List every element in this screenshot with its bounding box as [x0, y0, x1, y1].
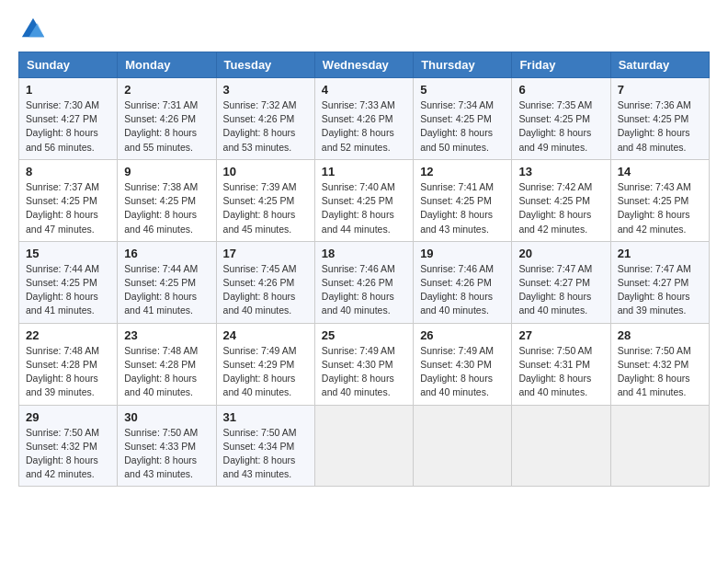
day-info: Sunrise: 7:41 AMSunset: 4:25 PMDaylight:… [420, 181, 494, 235]
day-info: Sunrise: 7:30 AMSunset: 4:27 PMDaylight:… [26, 99, 99, 153]
calendar-cell: 20 Sunrise: 7:47 AMSunset: 4:27 PMDaylig… [512, 241, 610, 323]
day-info: Sunrise: 7:39 AMSunset: 4:25 PMDaylight:… [223, 181, 297, 235]
day-info: Sunrise: 7:40 AMSunset: 4:25 PMDaylight:… [322, 181, 395, 235]
calendar-cell: 1 Sunrise: 7:30 AMSunset: 4:27 PMDayligh… [19, 78, 118, 160]
day-number: 13 [518, 165, 603, 178]
day-info: Sunrise: 7:48 AMSunset: 4:28 PMDaylight:… [124, 345, 198, 398]
col-header-monday: Monday [118, 52, 216, 78]
day-info: Sunrise: 7:50 AMSunset: 4:31 PMDaylight:… [518, 345, 592, 398]
day-info: Sunrise: 7:38 AMSunset: 4:25 PMDaylight:… [124, 181, 198, 235]
day-number: 15 [26, 247, 110, 260]
day-number: 26 [420, 328, 505, 342]
day-number: 3 [223, 83, 308, 97]
logo [18, 15, 46, 40]
calendar-cell: 15 Sunrise: 7:44 AMSunset: 4:25 PMDaylig… [19, 241, 118, 323]
calendar-cell: 10 Sunrise: 7:39 AMSunset: 4:25 PMDaylig… [216, 159, 314, 241]
day-info: Sunrise: 7:32 AMSunset: 4:26 PMDaylight:… [223, 99, 297, 153]
day-info: Sunrise: 7:31 AMSunset: 4:26 PMDaylight:… [124, 99, 198, 153]
day-number: 16 [124, 247, 209, 260]
day-info: Sunrise: 7:46 AMSunset: 4:26 PMDaylight:… [420, 263, 494, 316]
day-number: 7 [618, 83, 702, 97]
calendar-cell: 27 Sunrise: 7:50 AMSunset: 4:31 PMDaylig… [512, 323, 610, 405]
calendar-cell: 23 Sunrise: 7:48 AMSunset: 4:28 PMDaylig… [118, 323, 216, 405]
calendar-cell: 28 Sunrise: 7:50 AMSunset: 4:32 PMDaylig… [610, 323, 709, 405]
day-number: 5 [420, 83, 505, 97]
day-number: 6 [518, 83, 603, 97]
calendar-cell: 7 Sunrise: 7:36 AMSunset: 4:25 PMDayligh… [610, 78, 709, 160]
calendar-cell: 5 Sunrise: 7:34 AMSunset: 4:25 PMDayligh… [414, 78, 512, 160]
col-header-sunday: Sunday [19, 52, 118, 78]
day-number: 11 [322, 165, 406, 178]
calendar-cell: 9 Sunrise: 7:38 AMSunset: 4:25 PMDayligh… [118, 159, 216, 241]
day-info: Sunrise: 7:44 AMSunset: 4:25 PMDaylight:… [124, 263, 198, 316]
calendar-cell: 3 Sunrise: 7:32 AMSunset: 4:26 PMDayligh… [216, 78, 314, 160]
day-number: 22 [26, 328, 110, 342]
day-info: Sunrise: 7:43 AMSunset: 4:25 PMDaylight:… [618, 181, 691, 235]
calendar-cell: 16 Sunrise: 7:44 AMSunset: 4:25 PMDaylig… [118, 241, 216, 323]
day-number: 20 [518, 247, 603, 260]
calendar-table: SundayMondayTuesdayWednesdayThursdayFrid… [18, 52, 710, 487]
day-info: Sunrise: 7:37 AMSunset: 4:25 PMDaylight:… [26, 181, 99, 235]
day-info: Sunrise: 7:45 AMSunset: 4:26 PMDaylight:… [223, 263, 297, 316]
calendar-cell [610, 405, 709, 487]
calendar-cell: 29 Sunrise: 7:50 AMSunset: 4:32 PMDaylig… [19, 405, 118, 487]
day-number: 27 [518, 328, 603, 342]
calendar-cell [512, 405, 610, 487]
col-header-friday: Friday [512, 52, 610, 78]
day-info: Sunrise: 7:47 AMSunset: 4:27 PMDaylight:… [518, 263, 592, 316]
day-info: Sunrise: 7:36 AMSunset: 4:25 PMDaylight:… [618, 99, 691, 153]
calendar-cell: 17 Sunrise: 7:45 AMSunset: 4:26 PMDaylig… [216, 241, 314, 323]
calendar-cell: 24 Sunrise: 7:49 AMSunset: 4:29 PMDaylig… [216, 323, 314, 405]
day-number: 23 [124, 328, 209, 342]
day-number: 18 [322, 247, 406, 260]
day-number: 2 [124, 83, 209, 97]
day-number: 29 [26, 410, 110, 424]
calendar-week-row: 22 Sunrise: 7:48 AMSunset: 4:28 PMDaylig… [19, 323, 710, 405]
calendar-cell: 2 Sunrise: 7:31 AMSunset: 4:26 PMDayligh… [118, 78, 216, 160]
day-info: Sunrise: 7:50 AMSunset: 4:32 PMDaylight:… [618, 345, 691, 398]
day-number: 9 [124, 165, 209, 178]
day-number: 21 [618, 247, 702, 260]
day-info: Sunrise: 7:49 AMSunset: 4:30 PMDaylight:… [322, 345, 395, 398]
day-info: Sunrise: 7:34 AMSunset: 4:25 PMDaylight:… [420, 99, 494, 153]
day-number: 25 [322, 328, 406, 342]
calendar-cell: 21 Sunrise: 7:47 AMSunset: 4:27 PMDaylig… [610, 241, 709, 323]
col-header-tuesday: Tuesday [216, 52, 314, 78]
calendar-cell: 19 Sunrise: 7:46 AMSunset: 4:26 PMDaylig… [414, 241, 512, 323]
calendar-cell: 11 Sunrise: 7:40 AMSunset: 4:25 PMDaylig… [314, 159, 413, 241]
calendar-cell [314, 405, 413, 487]
day-info: Sunrise: 7:44 AMSunset: 4:25 PMDaylight:… [26, 263, 99, 316]
day-info: Sunrise: 7:35 AMSunset: 4:25 PMDaylight:… [518, 99, 592, 153]
calendar-cell: 14 Sunrise: 7:43 AMSunset: 4:25 PMDaylig… [610, 159, 709, 241]
day-info: Sunrise: 7:50 AMSunset: 4:32 PMDaylight:… [26, 427, 99, 480]
day-number: 19 [420, 247, 505, 260]
calendar-cell: 30 Sunrise: 7:50 AMSunset: 4:33 PMDaylig… [118, 405, 216, 487]
calendar-week-row: 1 Sunrise: 7:30 AMSunset: 4:27 PMDayligh… [19, 78, 710, 160]
calendar-cell: 22 Sunrise: 7:48 AMSunset: 4:28 PMDaylig… [19, 323, 118, 405]
day-number: 10 [223, 165, 308, 178]
day-info: Sunrise: 7:49 AMSunset: 4:30 PMDaylight:… [420, 345, 494, 398]
day-info: Sunrise: 7:50 AMSunset: 4:34 PMDaylight:… [223, 427, 297, 480]
day-number: 8 [26, 165, 110, 178]
day-number: 30 [124, 410, 209, 424]
day-number: 12 [420, 165, 505, 178]
day-number: 28 [618, 328, 702, 342]
day-number: 31 [223, 410, 308, 424]
calendar-week-row: 29 Sunrise: 7:50 AMSunset: 4:32 PMDaylig… [19, 405, 710, 487]
day-info: Sunrise: 7:46 AMSunset: 4:26 PMDaylight:… [322, 263, 395, 316]
calendar-cell: 31 Sunrise: 7:50 AMSunset: 4:34 PMDaylig… [216, 405, 314, 487]
day-info: Sunrise: 7:33 AMSunset: 4:26 PMDaylight:… [322, 99, 395, 153]
calendar-cell: 26 Sunrise: 7:49 AMSunset: 4:30 PMDaylig… [414, 323, 512, 405]
calendar-header-row: SundayMondayTuesdayWednesdayThursdayFrid… [19, 52, 710, 78]
calendar-week-row: 8 Sunrise: 7:37 AMSunset: 4:25 PMDayligh… [19, 159, 710, 241]
calendar-cell: 18 Sunrise: 7:46 AMSunset: 4:26 PMDaylig… [314, 241, 413, 323]
day-info: Sunrise: 7:47 AMSunset: 4:27 PMDaylight:… [618, 263, 691, 316]
day-info: Sunrise: 7:49 AMSunset: 4:29 PMDaylight:… [223, 345, 297, 398]
calendar-body: 1 Sunrise: 7:30 AMSunset: 4:27 PMDayligh… [19, 78, 710, 487]
day-info: Sunrise: 7:50 AMSunset: 4:33 PMDaylight:… [124, 427, 198, 480]
day-number: 17 [223, 247, 308, 260]
day-number: 1 [26, 83, 110, 97]
calendar-cell: 13 Sunrise: 7:42 AMSunset: 4:25 PMDaylig… [512, 159, 610, 241]
calendar-cell: 4 Sunrise: 7:33 AMSunset: 4:26 PMDayligh… [314, 78, 413, 160]
day-info: Sunrise: 7:48 AMSunset: 4:28 PMDaylight:… [26, 345, 99, 398]
